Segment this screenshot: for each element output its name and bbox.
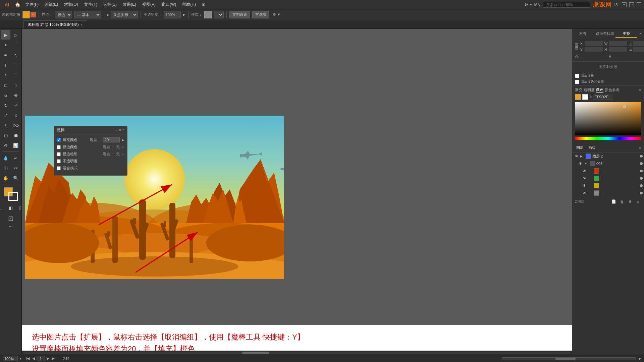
curvature-tool[interactable]: ∿ bbox=[11, 50, 20, 60]
ellipse-tool[interactable]: ○ bbox=[11, 80, 20, 90]
color-tab[interactable]: 渐变 bbox=[575, 87, 582, 93]
column-graph-tool[interactable]: 📊 bbox=[11, 141, 20, 150]
layer-options-button[interactable]: ≡ bbox=[635, 198, 641, 205]
layer2-eye[interactable]: 👁 bbox=[574, 154, 579, 159]
h-scrollbar-thumb[interactable] bbox=[242, 352, 269, 354]
rect-tool[interactable]: □ bbox=[1, 80, 10, 90]
scale-stroke-checkbox[interactable] bbox=[575, 80, 579, 84]
delete-layer-button[interactable]: 🗑 bbox=[619, 198, 625, 205]
panel-menu-button[interactable]: ≡ bbox=[122, 128, 124, 132]
y-input[interactable] bbox=[585, 47, 603, 52]
page-input[interactable] bbox=[37, 356, 45, 361]
scissors-tool[interactable]: ✂ bbox=[11, 163, 20, 173]
hand-tool[interactable]: ✋ bbox=[1, 173, 10, 183]
panel-close-button[interactable]: × bbox=[119, 128, 121, 132]
close-button[interactable]: × bbox=[637, 2, 641, 7]
direct-selection-tool[interactable]: ▷ bbox=[11, 30, 20, 40]
menu-object[interactable]: 对象(O) bbox=[61, 0, 80, 9]
document-tab[interactable]: 未标题-1* @ 100% (RGB/预览) × bbox=[23, 20, 87, 28]
yellow-layer-eye[interactable]: 👁 bbox=[582, 183, 587, 188]
minimize-button[interactable]: ─ bbox=[622, 2, 627, 7]
style-select[interactable] bbox=[214, 11, 224, 18]
extra-options[interactable]: ⚙ ▼ bbox=[273, 12, 281, 17]
touch-type-tool[interactable]: ⊤ bbox=[11, 60, 20, 70]
layer-row-yellow[interactable]: 👁 ▶ ... bbox=[572, 182, 644, 189]
layer-row-layer2[interactable]: 👁 ▶ 图层 2 bbox=[572, 153, 644, 160]
opacity-checkbox[interactable] bbox=[57, 159, 61, 163]
menu-view[interactable]: 视图(V) bbox=[140, 0, 158, 9]
stroke-color-swatch[interactable]: ▸ bbox=[31, 12, 36, 17]
zoom-dropdown[interactable]: ▼ bbox=[19, 357, 22, 360]
x-input[interactable] bbox=[585, 41, 603, 46]
tab-pathfinder[interactable]: 路径查找器 bbox=[594, 29, 616, 38]
color-hex-input[interactable] bbox=[593, 94, 613, 100]
stroke-color-checkbox[interactable] bbox=[57, 145, 61, 149]
color-active-tab[interactable]: 颜色 bbox=[596, 87, 603, 93]
menu-window[interactable]: 窗口(W) bbox=[159, 0, 179, 9]
doc-settings-button[interactable]: 文档设置 bbox=[229, 11, 250, 18]
menu-help[interactable]: 帮助(H) bbox=[179, 0, 199, 9]
fill-color-swatch[interactable] bbox=[22, 11, 30, 18]
behind-mode[interactable]: ◧ bbox=[6, 203, 15, 213]
magic-wand-tool[interactable]: ✦ bbox=[1, 40, 10, 50]
angle-input[interactable] bbox=[633, 41, 644, 46]
symbol-sprayer-tool[interactable]: ⊛ bbox=[1, 141, 10, 150]
reflect-tool[interactable]: ⇌ bbox=[11, 101, 20, 110]
menu-select[interactable]: 选择(S) bbox=[101, 0, 119, 9]
search-input[interactable] bbox=[543, 2, 590, 8]
layer003-expand[interactable]: ▼ bbox=[584, 162, 588, 165]
h-input[interactable] bbox=[609, 47, 627, 52]
layer-row-gray[interactable]: 👁 ▶ ... bbox=[572, 189, 644, 197]
arc-tool[interactable]: ⌒ bbox=[11, 70, 20, 80]
tab-align[interactable]: 对齐 bbox=[572, 29, 594, 38]
layer003-eye[interactable]: 👁 bbox=[578, 161, 583, 166]
stroke-type-select[interactable]: 描边 bbox=[55, 11, 72, 18]
blob-brush-tool[interactable]: ⊕ bbox=[11, 90, 20, 100]
color-stroke-preview[interactable] bbox=[582, 94, 588, 100]
tab-transform[interactable]: 变换 bbox=[615, 29, 637, 38]
selection-tool[interactable]: ▶ bbox=[1, 30, 10, 40]
warp-tool[interactable]: ⌇ bbox=[1, 121, 10, 130]
maximize-button[interactable]: □ bbox=[629, 2, 634, 7]
type-tool[interactable]: T bbox=[1, 60, 10, 70]
hue-slider[interactable] bbox=[575, 137, 641, 140]
line-tool[interactable]: \ bbox=[1, 70, 10, 80]
transparency-tab[interactable]: 透明度 bbox=[584, 87, 595, 93]
free-transform-tool[interactable]: ⬡ bbox=[1, 131, 10, 140]
brush-type-select[interactable]: — 基本 bbox=[74, 11, 101, 18]
rotate-tool[interactable]: ↻ bbox=[1, 101, 10, 110]
lasso-tool[interactable]: ⌒ bbox=[11, 40, 20, 50]
stroke-swatch[interactable] bbox=[8, 192, 18, 201]
shape-builder-tool[interactable]: ⬢ bbox=[11, 131, 20, 140]
last-page-button[interactable]: ▶| bbox=[51, 356, 57, 361]
layers-tab[interactable]: 图层 bbox=[575, 145, 585, 150]
point-type-select[interactable]: 3 点圆形 bbox=[111, 11, 138, 18]
new-layer-button[interactable]: 📄 bbox=[610, 198, 617, 205]
inside-mode[interactable]: ◫ bbox=[16, 203, 22, 213]
preferences-button[interactable]: 首选项 bbox=[252, 11, 269, 18]
gray-layer-eye[interactable]: 👁 bbox=[582, 190, 587, 196]
menu-effect[interactable]: 效果(E) bbox=[120, 0, 139, 9]
scale-corners-checkbox[interactable] bbox=[575, 74, 579, 78]
color-fill-preview[interactable] bbox=[575, 94, 581, 100]
panel-pin-button[interactable]: ─ bbox=[115, 128, 118, 132]
green-layer-eye[interactable]: 👁 bbox=[582, 176, 587, 181]
blend-tool[interactable]: ∞ bbox=[11, 153, 20, 163]
stroke-weight-checkbox[interactable] bbox=[57, 152, 61, 156]
prev-page-button[interactable]: ◀ bbox=[31, 356, 36, 361]
menu-edit[interactable]: 编辑(E) bbox=[42, 0, 61, 9]
layers-panel-menu[interactable]: ≡ bbox=[639, 146, 641, 150]
opacity-arrow[interactable]: ▶ bbox=[183, 13, 185, 16]
home-button[interactable]: 🏠 bbox=[13, 0, 22, 9]
blend-mode-checkbox[interactable] bbox=[57, 166, 61, 170]
layer-row-green[interactable]: 👁 ▶ ... bbox=[572, 175, 644, 182]
layer-row-red[interactable]: 👁 ▶ ... bbox=[572, 167, 644, 175]
brush-tool[interactable]: ⌀ bbox=[1, 90, 10, 100]
eyedropper-tool[interactable]: 💧 bbox=[1, 153, 10, 163]
fill-color-checkbox[interactable] bbox=[57, 138, 61, 142]
first-page-button[interactable]: |◀ bbox=[25, 356, 31, 361]
zoom-tool[interactable]: 🔍 bbox=[11, 173, 20, 183]
scale-tool[interactable]: ⤢ bbox=[1, 111, 10, 120]
opacity-input[interactable] bbox=[164, 11, 181, 18]
layer2-expand[interactable]: ▶ bbox=[580, 155, 584, 158]
